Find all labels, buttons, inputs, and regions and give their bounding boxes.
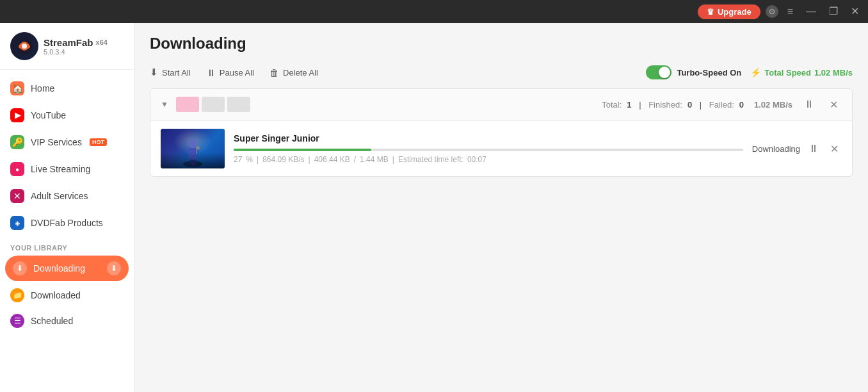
item-info: Super Singer Junior 27 % | 864.09 KB/s |… [234,133,743,164]
total-speed-value: 1.02 MB/s [814,68,853,78]
downloading-icon: ⬇ [13,261,27,275]
youtube-icon: ▶ [10,108,24,122]
crown-icon: ♛ [707,7,714,17]
live-icon: ● [10,162,24,176]
group-speed: 1.02 MB/s [754,100,792,110]
toolbar-right: Turbo-Speed On ⚡ Total Speed 1.02 MB/s [646,65,853,79]
sidebar-item-youtube[interactable]: ▶ YouTube [0,102,134,129]
eta-label: Estimated time left: [398,155,463,164]
progress-pct: 27 [234,155,242,164]
item-thumbnail [161,129,225,168]
sidebar: StreamFab x64 5.0.3.4 🏠 Home ▶ YouTube 🔑… [0,23,134,392]
group-thumb-2 [202,97,225,112]
turbo-label: Turbo-Speed On [677,68,741,78]
finished-label: Finished: [648,100,682,110]
delete-all-icon: 🗑 [269,67,279,78]
sidebar-item-label: Live Streaming [31,164,90,174]
toggle-knob [659,67,670,78]
lib-item-label: Downloading [33,263,85,274]
app-body: StreamFab x64 5.0.3.4 🏠 Home ▶ YouTube 🔑… [0,23,868,392]
pause-all-button[interactable]: ⏸ Pause All [206,67,254,78]
adult-icon: ✕ [10,189,24,203]
item-total-size: 1.44 MB [360,155,389,164]
logo-text: StreamFab x64 5.0.3.4 [44,37,108,56]
delete-all-button[interactable]: 🗑 Delete All [269,67,318,78]
dvdfab-icon: ◈ [10,216,24,230]
restore-button[interactable]: ❐ [825,5,842,18]
menu-icon[interactable]: ≡ [784,5,797,18]
sidebar-item-label: Home [31,83,54,94]
minimize-button[interactable]: — [802,5,820,18]
sidebar-item-downloaded[interactable]: 📁 Downloaded [0,282,134,308]
titlebar: ♛ Upgrade ⊙ ≡ — ❐ ✕ [0,0,868,23]
total-value: 1 [627,100,631,110]
progress-bar-wrap [234,149,743,151]
eta-value: 00:07 [467,155,486,164]
group-header: ▼ Total: 1 | Finished: 0 | Failed: [150,89,852,120]
sidebar-item-vip[interactable]: 🔑 VIP Services HOT [0,129,134,156]
toolbar: ⬇ Start All ⏸ Pause All 🗑 Delete All Tur… [134,60,868,88]
main-content: Downloading ⬇ Start All ⏸ Pause All 🗑 De… [134,23,868,392]
logo-version: 5.0.3.4 [44,48,108,56]
failed-label: Failed: [709,100,734,110]
home-icon: 🏠 [10,81,24,95]
sidebar-item-home[interactable]: 🏠 Home [0,75,134,102]
group-close-button[interactable]: ✕ [826,97,842,112]
item-status: Downloading ⏸ ✕ [752,142,842,156]
logo-suffix: x64 [96,38,108,46]
sidebar-item-label: VIP Services [31,137,82,147]
sidebar-item-scheduled[interactable]: ☰ Scheduled [0,308,134,334]
start-all-button[interactable]: ⬇ Start All [150,67,191,78]
sidebar-item-downloading[interactable]: ⬇ Downloading ⬇ [5,256,129,281]
start-all-icon: ⬇ [150,67,158,78]
downloaded-icon: 📁 [10,288,24,302]
group-pause-button[interactable]: ⏸ [800,97,818,111]
item-status-text: Downloading [752,144,800,154]
item-speed: 864.09 KB/s [262,155,304,164]
sidebar-item-dvdfab[interactable]: ◈ DVDFab Products [0,209,134,236]
delete-all-label: Delete All [283,68,318,78]
download-group: ▼ Total: 1 | Finished: 0 | Failed: [150,88,853,177]
group-collapse-icon[interactable]: ▼ [161,100,168,109]
sidebar-item-live[interactable]: ● Live Streaming [0,156,134,183]
hot-badge: HOT [90,138,107,146]
logo-icon [10,32,38,60]
sidebar-logo: StreamFab x64 5.0.3.4 [0,23,134,70]
upgrade-label: Upgrade [718,7,751,17]
history-icon[interactable]: ⊙ [766,5,778,18]
logo-name: StreamFab [44,37,93,48]
group-thumb-3 [227,97,250,112]
turbo-toggle[interactable]: Turbo-Speed On [646,65,741,79]
svg-point-3 [188,139,197,148]
svg-point-1 [22,44,27,49]
upgrade-button[interactable]: ♛ Upgrade [698,4,760,19]
lib-item-label: Downloaded [31,290,81,300]
close-button[interactable]: ✕ [847,5,863,18]
failed-value: 0 [739,100,744,110]
downloading-right-icon: ⬇ [107,261,121,275]
total-speed: ⚡ Total Speed 1.02 MB/s [750,67,853,78]
item-close-button[interactable]: ✕ [827,142,842,156]
group-thumbnails [176,97,250,112]
sidebar-item-adult[interactable]: ✕ Adult Services [0,183,134,209]
scheduled-icon: ☰ [10,314,24,328]
turbo-switch[interactable] [646,65,671,79]
item-pause-button[interactable]: ⏸ [805,142,822,156]
total-label: Total: [602,100,622,110]
speed-icon: ⚡ [750,67,761,78]
pause-all-label: Pause All [220,68,254,78]
main-header: Downloading [134,23,868,60]
vip-icon: 🔑 [10,135,24,149]
svg-point-9 [196,146,200,150]
page-title: Downloading [150,35,853,53]
thumb-inner [161,129,225,168]
start-all-label: Start All [162,68,191,78]
progress-bar [234,149,371,151]
library-section-label: YOUR LIBRARY [0,236,134,254]
sidebar-nav: 🏠 Home ▶ YouTube 🔑 VIP Services HOT ● Li… [0,70,134,392]
total-speed-label: Total Speed [764,68,811,78]
item-downloaded: 406.44 KB [314,155,350,164]
finished-value: 0 [687,100,692,110]
download-list: ▼ Total: 1 | Finished: 0 | Failed: [134,88,868,392]
thumb-overlay [161,152,225,168]
